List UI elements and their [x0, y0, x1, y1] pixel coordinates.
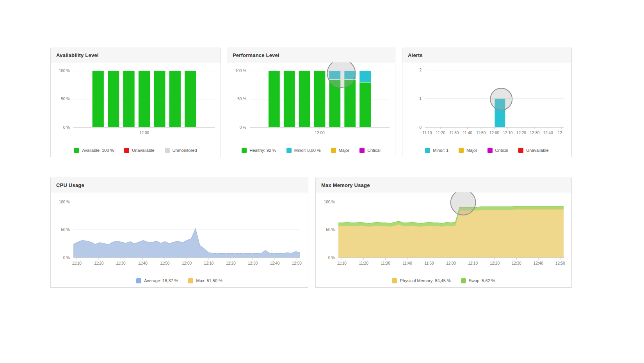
svg-text:12:40: 12:40 — [543, 131, 553, 135]
panel-cpu-usage: CPU Usage 0 %50 %100 %11:1011:2011:3011:… — [50, 178, 308, 288]
svg-text:11:30: 11:30 — [449, 131, 459, 135]
svg-text:100 %: 100 % — [235, 69, 246, 73]
svg-text:12:40: 12:40 — [270, 261, 279, 265]
panel-title: Max Memory Usage — [321, 182, 370, 188]
legend-label: Minor: 1 — [433, 148, 448, 153]
svg-text:50 %: 50 % — [237, 97, 246, 101]
svg-text:11:20: 11:20 — [359, 261, 368, 265]
svg-text:12:20: 12:20 — [490, 261, 500, 265]
legend-swatch — [124, 148, 129, 153]
legend-label: Max: 51,50 % — [196, 278, 222, 283]
legend-item[interactable]: Major — [459, 148, 477, 153]
svg-text:12:30: 12:30 — [530, 131, 539, 135]
svg-text:12:30: 12:30 — [248, 261, 258, 265]
svg-text:1: 1 — [419, 96, 422, 101]
legend-item[interactable]: Unavailable — [124, 148, 154, 153]
svg-text:12:20: 12:20 — [226, 261, 236, 265]
svg-text:12:00: 12:00 — [139, 131, 149, 135]
svg-text:12:00: 12:00 — [489, 131, 499, 135]
chart-legend: Average: 18,37 %Max: 51,50 % — [51, 274, 308, 287]
panel-header: Alerts — [402, 48, 571, 62]
legend-item[interactable]: Minor: 8,00 % — [286, 148, 321, 153]
legend-label: Major — [466, 148, 477, 153]
legend-swatch — [518, 148, 523, 153]
legend-label: Unavailable — [526, 148, 548, 153]
legend-item[interactable]: Swap: 5,62 % — [461, 278, 495, 283]
legend-item[interactable]: Critical — [359, 148, 381, 153]
svg-text:12:20: 12:20 — [516, 131, 526, 135]
legend-item[interactable]: Max: 51,50 % — [188, 278, 222, 283]
svg-text:12:10: 12:10 — [503, 131, 512, 135]
panel-title: Availability Level — [56, 52, 99, 58]
svg-text:11:10: 11:10 — [72, 261, 82, 265]
svg-text:11:10: 11:10 — [337, 261, 347, 265]
svg-text:11:50: 11:50 — [424, 261, 434, 265]
svg-text:0: 0 — [419, 125, 422, 130]
legend-item[interactable]: Unmonitored — [165, 148, 197, 153]
svg-text:0 %: 0 % — [63, 125, 70, 130]
legend-swatch — [359, 148, 365, 153]
panel-alerts: Alerts 01211:1011:2011:3011:4011:5012:00… — [402, 48, 572, 157]
legend-item[interactable]: Critical — [487, 148, 509, 153]
legend-label: Average: 18,37 % — [144, 278, 178, 283]
panel-header: Performance Level — [227, 48, 395, 62]
chart-area: 0 %50 %100 %11:1011:2011:3011:4011:5012:… — [316, 192, 571, 274]
svg-text:11:30: 11:30 — [381, 261, 390, 265]
svg-text:0 %: 0 % — [63, 256, 70, 260]
svg-text:12:50: 12:50 — [555, 261, 565, 265]
panel-title: CPU Usage — [56, 182, 84, 188]
svg-text:12:40: 12:40 — [534, 261, 543, 265]
legend-swatch — [459, 148, 464, 153]
panel-performance-level: Performance Level 0 %50 %100 %12:00 Heal… — [227, 48, 395, 157]
panel-availability-level: Availability Level 0 %50 %100 %12:00 Ava… — [50, 48, 221, 157]
legend-label: Swap: 5,62 % — [469, 278, 495, 283]
legend-label: Physical Memory: 84,45 % — [400, 278, 450, 283]
legend-item[interactable]: Major — [331, 148, 350, 153]
legend-swatch — [188, 278, 193, 283]
legend-label: Unmonitored — [173, 148, 197, 153]
legend-label: Critical — [367, 148, 381, 153]
legend-label: Unavailable — [132, 148, 154, 153]
chart-area: 0 %50 %100 %11:1011:2011:3011:4011:5012:… — [51, 192, 308, 274]
legend-swatch — [136, 278, 141, 283]
svg-text:2: 2 — [419, 68, 422, 72]
panel-title: Performance Level — [233, 52, 279, 58]
svg-text:12:50: 12:50 — [292, 261, 302, 265]
svg-text:50 %: 50 % — [61, 228, 70, 232]
svg-text:11:40: 11:40 — [138, 261, 148, 265]
svg-text:11:30: 11:30 — [116, 261, 126, 265]
legend-item[interactable]: Available: 100 % — [74, 148, 114, 153]
legend-swatch — [286, 148, 292, 153]
legend-swatch — [425, 148, 430, 153]
svg-text:11:40: 11:40 — [463, 131, 472, 135]
alerts-chart[interactable]: 01211:1011:2011:3011:4011:5012:0012:1012… — [402, 62, 571, 144]
legend-swatch — [461, 278, 466, 283]
chart-legend: Minor: 1MajorCriticalUnavailable — [402, 144, 571, 157]
svg-text:100 %: 100 % — [324, 200, 335, 204]
max-memory-usage-chart[interactable]: 0 %50 %100 %11:1011:2011:3011:4011:5012:… — [316, 192, 571, 274]
legend-swatch — [487, 148, 493, 153]
svg-text:12:30: 12:30 — [512, 261, 521, 265]
legend-item[interactable]: Unavailable — [518, 148, 548, 153]
svg-text:50 %: 50 % — [326, 228, 335, 232]
legend-item[interactable]: Minor: 1 — [425, 148, 448, 153]
availability-level-chart[interactable]: 0 %50 %100 %12:00 — [51, 62, 221, 144]
svg-text:12:..: 12:.. — [558, 131, 565, 135]
panel-title: Alerts — [408, 52, 423, 58]
legend-label: Major — [339, 148, 350, 153]
svg-text:50 %: 50 % — [61, 97, 70, 101]
svg-text:100 %: 100 % — [59, 69, 70, 73]
svg-text:12:10: 12:10 — [204, 261, 213, 265]
legend-item[interactable]: Healthy: 92 % — [242, 148, 276, 153]
svg-text:0 %: 0 % — [328, 256, 335, 260]
legend-swatch — [74, 148, 79, 153]
svg-text:12:00: 12:00 — [315, 131, 324, 135]
cpu-usage-chart[interactable]: 0 %50 %100 %11:1011:2011:3011:4011:5012:… — [51, 192, 308, 274]
svg-text:100 %: 100 % — [59, 200, 70, 204]
legend-item[interactable]: Physical Memory: 84,45 % — [392, 278, 450, 283]
svg-text:11:20: 11:20 — [436, 131, 446, 135]
panel-header: Max Memory Usage — [316, 178, 571, 192]
panel-header: CPU Usage — [51, 178, 308, 192]
legend-item[interactable]: Average: 18,37 % — [136, 278, 178, 283]
performance-level-chart[interactable]: 0 %50 %100 %12:00 — [227, 62, 395, 144]
